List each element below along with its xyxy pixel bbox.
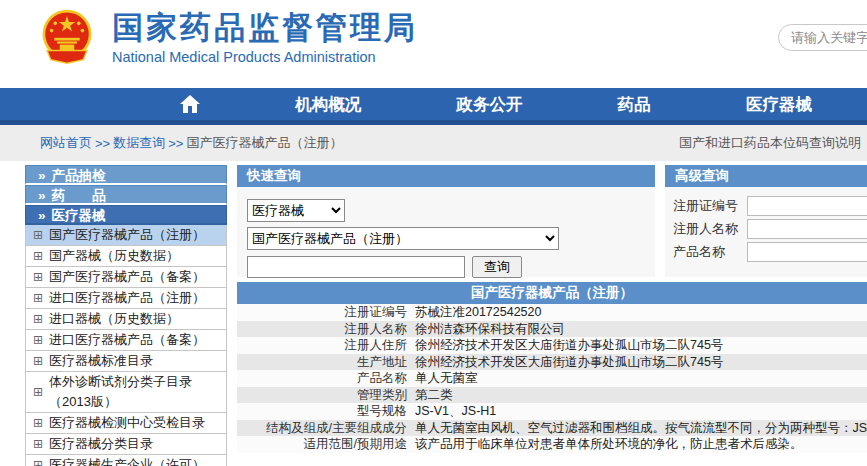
- result-table: 国产医疗器械产品（注册） 注册证编号 苏械注准20172542520 注册人名称…: [237, 282, 867, 453]
- table-row: 产品名称 单人无菌室: [237, 370, 867, 387]
- expand-plus-icon: ⊞: [33, 438, 43, 450]
- product-name-label: 产品名称: [673, 243, 747, 261]
- row-value: 徐州经济技术开发区大庙街道办事处孤山市场二队745号: [415, 337, 867, 354]
- expand-plus-icon: ⊞: [33, 417, 43, 429]
- breadcrumb-current: 国产医疗器械产品（注册）: [186, 134, 342, 152]
- advanced-query-title: 高级查询: [665, 165, 867, 187]
- expand-plus-icon: ⊞: [33, 334, 43, 346]
- table-row: 注册人名称 徐州洁森环保科技有限公司: [237, 321, 867, 338]
- row-label: 型号规格: [237, 403, 407, 420]
- sidebar-section-label: 产品抽检: [52, 168, 106, 183]
- sidebar-item-label: 医疗器械生产企业（许可）: [49, 455, 205, 466]
- row-value: 第二类: [415, 387, 867, 404]
- table-row: 适用范围/预期用途 该产品用于临床单位对患者单体所处环境的净化，防止患者术后感染…: [237, 436, 867, 453]
- breadcrumb-home-link[interactable]: 网站首页: [40, 134, 92, 152]
- product-name-input[interactable]: [747, 242, 867, 262]
- breadcrumb-separator: >>: [95, 136, 110, 151]
- expand-plus-icon: ⊞: [33, 271, 43, 283]
- nav-item-gov[interactable]: 政务公开: [457, 86, 523, 123]
- site-header: 国家药品监督管理局 National Medical Products Admi…: [0, 0, 867, 88]
- breadcrumb-dataquery-link[interactable]: 数据查询: [113, 134, 165, 152]
- sidebar-item-label: 进口医疗器械产品（备案）: [49, 330, 205, 350]
- breadcrumb-right-link[interactable]: 国产和进口药品本位码查询说明: [679, 134, 861, 152]
- quick-query-title: 快速查询: [237, 165, 655, 187]
- sidebar-item-imported-filing[interactable]: ⊞进口医疗器械产品（备案）: [25, 330, 227, 351]
- query-panels: 快速查询 医疗器械 国产医疗器械产品（注册） 查询 高级查询: [237, 165, 867, 277]
- sidebar-item-domestic-history[interactable]: ⊞国产器械（历史数据）: [25, 246, 227, 267]
- sidebar-item-domestic-registered[interactable]: ⊞国产医疗器械产品（注册）: [25, 225, 227, 246]
- row-value: 该产品用于临床单位对患者单体所处环境的净化，防止患者术后感染。: [415, 436, 867, 453]
- row-label: 管理类别: [237, 387, 407, 404]
- chevron-right-icon: »: [38, 168, 46, 183]
- header-search-input[interactable]: [778, 24, 867, 51]
- nav-item-devices[interactable]: 医疗器械: [746, 86, 812, 123]
- quick-search-row: 查询: [247, 256, 645, 278]
- quick-keyword-input[interactable]: [247, 256, 465, 278]
- sidebar-item-label: 医疗器械分类目录: [49, 434, 153, 454]
- row-label: 注册人住所: [237, 337, 407, 354]
- table-row: 结构及组成/主要组成成分 单人无菌室由风机、空气过滤器和围档组成。按气流流型不同…: [237, 420, 867, 437]
- table-row: 注册证编号 苏械注准20172542520: [237, 304, 867, 321]
- sidebar-section-label: 医疗器械: [52, 208, 106, 223]
- table-row: 生产地址 徐州经济技术开发区大庙街道办事处孤山市场二队745号: [237, 354, 867, 371]
- sidebar-item-ivd-catalog[interactable]: ⊞体外诊断试剂分类子目录（2013版）: [25, 372, 227, 413]
- row-value: JS-V1、JS-H1: [415, 403, 867, 420]
- sidebar-item-classification-catalog[interactable]: ⊞医疗器械分类目录: [25, 434, 227, 455]
- sidebar-item-label: 国产医疗器械产品（注册）: [49, 225, 205, 245]
- national-emblem-icon: [38, 7, 96, 65]
- sidebar-item-testing-center-catalog[interactable]: ⊞医疗器械检测中心受检目录: [25, 413, 227, 434]
- row-label: 注册证编号: [237, 304, 407, 321]
- sidebar-section-product-sampling[interactable]: »产品抽检: [25, 165, 227, 185]
- sidebar: »产品抽检 »药 品 »医疗器械 ⊞国产医疗器械产品（注册） ⊞国产器械（历史数…: [25, 165, 227, 466]
- sidebar-section-devices[interactable]: »医疗器械: [25, 205, 227, 225]
- table-row: 管理类别 第二类: [237, 387, 867, 404]
- home-icon[interactable]: [180, 95, 200, 113]
- advanced-query-body: 注册证编号 注册人名称 产品名称: [665, 187, 867, 265]
- expand-plus-icon: ⊞: [33, 355, 43, 367]
- chevron-right-icon: »: [38, 188, 46, 203]
- expand-plus-icon: ⊞: [33, 250, 43, 262]
- main-column: 快速查询 医疗器械 国产医疗器械产品（注册） 查询 高级查询: [237, 165, 867, 453]
- nav-item-drugs[interactable]: 药品: [618, 86, 651, 123]
- breadcrumb-separator: >>: [168, 136, 183, 151]
- quick-query-body: 医疗器械 国产医疗器械产品（注册） 查询: [237, 187, 655, 285]
- registrant-name-label: 注册人名称: [673, 220, 747, 238]
- sidebar-item-imported-history[interactable]: ⊞进口器械（历史数据）: [25, 309, 227, 330]
- row-value: 单人无菌室: [415, 370, 867, 387]
- row-value: 徐州经济技术开发区大庙街道办事处孤山市场二队745号: [415, 354, 867, 371]
- subcategory-select[interactable]: 国产医疗器械产品（注册）: [247, 227, 559, 250]
- advanced-query-panel: 高级查询 注册证编号 注册人名称 产品名称: [665, 165, 867, 277]
- row-value: 单人无菌室由风机、空气过滤器和围档组成。按气流流型不同，分为两种型号：JS-V1…: [415, 420, 867, 437]
- expand-plus-icon: ⊞: [33, 386, 43, 398]
- sidebar-item-domestic-filing[interactable]: ⊞国产医疗器械产品（备案）: [25, 267, 227, 288]
- nav-item-org[interactable]: 机构概况: [295, 86, 361, 123]
- category-select[interactable]: 医疗器械: [247, 199, 345, 222]
- sidebar-item-label: 医疗器械标准目录: [49, 351, 153, 371]
- sidebar-item-standards-catalog[interactable]: ⊞医疗器械标准目录: [25, 351, 227, 372]
- expand-plus-icon: ⊞: [33, 313, 43, 325]
- sidebar-item-imported-registered[interactable]: ⊞进口医疗器械产品（注册）: [25, 288, 227, 309]
- table-row: 型号规格 JS-V1、JS-H1: [237, 403, 867, 420]
- chevron-right-icon: »: [38, 208, 46, 223]
- reg-number-input[interactable]: [747, 196, 867, 216]
- advanced-field-row: 产品名称: [673, 242, 867, 262]
- expand-plus-icon: ⊞: [33, 229, 43, 241]
- expand-plus-icon: ⊞: [33, 459, 43, 466]
- sidebar-section-drugs[interactable]: »药 品: [25, 185, 227, 205]
- sidebar-item-label: 国产医疗器械产品（备案）: [49, 267, 205, 287]
- query-button[interactable]: 查询: [472, 256, 522, 278]
- registrant-name-input[interactable]: [747, 219, 867, 239]
- sidebar-item-manufacturer-licensed[interactable]: ⊞医疗器械生产企业（许可）: [25, 455, 227, 466]
- sidebar-item-label: 进口医疗器械产品（注册）: [49, 288, 205, 308]
- main-nav: 机构概况 政务公开 药品 医疗器械: [0, 88, 867, 125]
- content-area: »产品抽检 »药 品 »医疗器械 ⊞国产医疗器械产品（注册） ⊞国产器械（历史数…: [0, 165, 867, 466]
- site-title: 国家药品监督管理局: [112, 10, 418, 46]
- table-row: 注册人住所 徐州经济技术开发区大庙街道办事处孤山市场二队745号: [237, 337, 867, 354]
- breadcrumb: 网站首页 >> 数据查询 >> 国产医疗器械产品（注册） 国产和进口药品本位码查…: [0, 125, 867, 161]
- sidebar-item-label: 国产器械（历史数据）: [49, 246, 179, 266]
- site-subtitle: National Medical Products Administration: [112, 49, 418, 65]
- row-label: 产品名称: [237, 370, 407, 387]
- row-value: 徐州洁森环保科技有限公司: [415, 321, 867, 338]
- sidebar-section-label: 药 品: [52, 188, 106, 203]
- row-label: 结构及组成/主要组成成分: [237, 420, 407, 437]
